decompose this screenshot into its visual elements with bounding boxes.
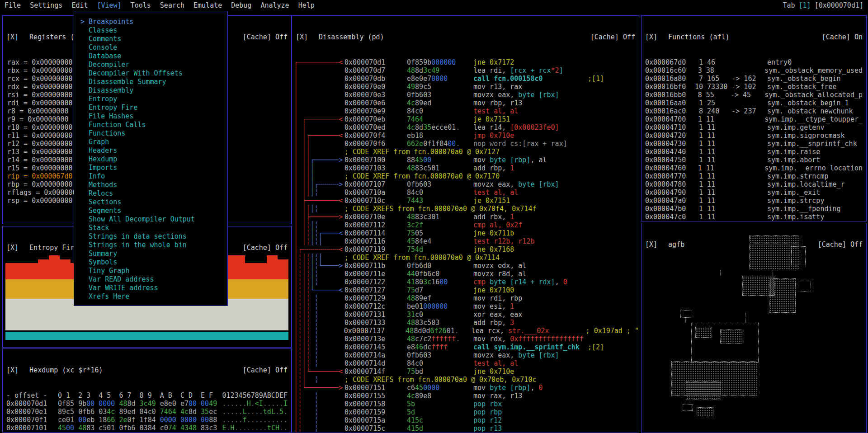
tab-number[interactable]: [1] [799,1,811,9]
menu-edit[interactable]: Edit [71,1,88,9]
disasm-line[interactable]: │╎│╎│╎└────>0x0000711b0fb6d0movzx edx, a… [294,262,639,270]
menu-help[interactable]: Help [298,1,315,9]
menu-item-comments[interactable]: Comments [74,35,227,43]
function-row[interactable]: 0x00004710 1 11sym.imp.getenv [645,123,863,132]
function-row[interactable]: 0x00004740 1 11sym.imp.raise [645,148,863,156]
disasm-line[interactable]: │╎│╎ ╎0x00007137488d0d6f2601.lea rcx, st… [294,327,639,335]
disasm-comment-line[interactable]: │╎│ ╎; CODE XREFS from fcn.000070a0 @ 0x… [294,376,639,384]
disasm-line[interactable]: │ │││╎0x0000710a84c0test al, al [294,188,639,197]
hexdump-row[interactable]: 0x000070e189c5 0fb6 034c 89ed 84c0 7464 … [6,408,288,416]
menu-item-decompiler[interactable]: Decompiler [74,61,227,69]
disasm-line[interactable]: │╎│╎ ╎0x0000713e48c7c2ffffff.mov rdx, 0x… [294,335,639,343]
disasm-line[interactable]: │ │0x000070ed4c8d35ecce01.lea r14, [0x00… [294,123,639,132]
disasm-line[interactable]: │ │╎│╎0x000071123c2fcmp al, 0x2f [294,221,639,229]
hexdump-close-button[interactable]: [X] [6,366,19,374]
disassembly-close-button[interactable]: [X] [296,33,308,41]
disasm-line[interactable]: │0x000070e64c89edmov rbp, r13 [294,99,639,107]
menu-item-graph[interactable]: Graph [74,138,227,146]
menu-item-entropy[interactable]: Entropy [74,95,227,104]
function-row[interactable]: 0x000047b0 1 11sym.imp.__fpending [645,205,863,213]
registers-cache-badge[interactable]: [Cache] Off [243,33,288,41]
disasm-line[interactable]: │╎ ╎0x000071585bpop rbx [294,400,639,408]
hexdump-row[interactable]: 0x000070d10f85 9b00 0000 488d 3c49 e8e0 … [6,400,288,408]
menu-item-hexdump[interactable]: Hexdump [74,155,227,164]
disasm-line[interactable]: │╎│╎ ╎0x00007145e846dcffffcall sym.imp._… [294,343,639,351]
menu-item-entropy-fire[interactable]: Entropy Fire [74,104,227,112]
menu-item-symbols[interactable]: Symbols [74,258,227,267]
disasm-line[interactable]: │╎│╎│╎0x0000712241803c1600cmp byte [r14 … [294,278,639,286]
functions-close-button[interactable]: [X] [645,33,657,41]
function-row[interactable]: 0x000067d0 1 46entry0 [645,58,863,66]
menu-item-file-hashes[interactable]: File Hashes [74,112,227,121]
function-row[interactable]: 0x00004760 1 11sym.imp.__errno_location [645,164,863,172]
function-row[interactable]: 0x00016bf010 73330 -> 102sym._obstack_fr… [645,83,863,91]
menu-item-function-calls[interactable]: Function Calls [74,121,227,129]
menu-item-sections[interactable]: Sections [74,198,227,207]
disasm-line[interactable]: │0x000070d7488d3c49lea rdi, [rcx + rcx*2… [294,66,639,75]
disasm-line[interactable]: │╎│╎ ╎0x000071334883c503add rbp, 3 [294,319,639,327]
entropy-close-button[interactable]: [X] [6,244,19,252]
disasm-line[interactable]: │ │││┌╌╌╌╌╌>0x000071070fb603movzx eax, b… [294,180,639,188]
function-row[interactable]: 0x000047a0 1 11sym.imp.strcpy [645,197,863,205]
disasm-line[interactable]: │╎│╎ ╎0x0000714d84c0test al, al [294,359,639,367]
function-row[interactable]: 0x00004700 1 11sym.imp.__ctype_toupper_ [645,115,863,123]
function-row[interactable]: 0x00016bb0 8 55 -> 45sym._obstack_alloca… [645,91,863,99]
disasm-line[interactable]: │╎└────────>0x00007151c6450000mov byte [… [294,384,639,392]
hexdump-row[interactable]: 0x000070f1ce01 00eb 1866 2e0f 1f84 0000 … [6,416,288,424]
entropy-cache-badge[interactable]: [Cache] Off [243,244,288,252]
menu-item-disassemble-summary[interactable]: Disassemble Summary [74,78,227,86]
disasm-line[interactable]: │0x000070e04989c5mov r13, rax [294,83,639,91]
menu-item-info[interactable]: Info [74,172,227,181]
menu-tools[interactable]: Tools [131,1,151,9]
disasm-comment-line[interactable]: │╎│╎│╎│; CODE XREF from fcn.000070a0 @ 0… [294,254,639,262]
disasm-line[interactable]: │ │┌───────<0x000070f4eb18jmp 0x710e [294,132,639,140]
disasm-line[interactable]: │0x000070e984c0test al, al [294,107,639,115]
menu-item-decompiler-with-offsets[interactable]: Decompiler With Offsets [74,69,227,78]
disasm-comment-line[interactable]: │ │││; CODE XREF from fcn.000070a0 @ 0x7… [294,172,639,180]
hexdump-row[interactable]: 0x00007111013c 2f75 0545 84e4 754d 0fb6 … [6,432,288,433]
function-row[interactable]: 0x000047d0 1 11sym.imp.sigaction [645,221,863,221]
disasm-line[interactable]: │╎│╎ ╎0x0000714a0fb603movzx eax, byte [r… [294,351,639,359]
disasm-line[interactable]: │┌╌╌╌╌╌╌╌╌╌<0x00007119754djne 0x7168 [294,245,639,254]
disasm-line[interactable]: │ │├───────>0x0000710e4883c301add rbx, 1 [294,213,639,221]
disasm-line[interactable]: │ │││0x000071034883c501add rbp, 1 [294,164,639,172]
disasm-line[interactable]: │ ││┌──────>0x00007100884500mov byte [rb… [294,156,639,164]
disasm-comment-line[interactable]: │ │││╎; CODE XREFS from fcn.000070a0 @ 0… [294,205,639,213]
function-row[interactable]: 0x00004720 1 11sym.imp.sigprocmask [645,132,863,140]
disasm-line[interactable]: │╎│╎└──────<0x0000712775d7jne 0x7100 [294,286,639,294]
function-row[interactable]: 0x00004730 1 11sym.imp.__snprintf_chk [645,140,863,148]
menu-item-relocs[interactable]: Relocs [74,189,227,198]
menu-item-strings-in-data-sections[interactable]: Strings in data sections [74,232,227,241]
menu-debug[interactable]: Debug [231,1,251,9]
menu-emulate[interactable]: Emulate [193,1,222,9]
menu-item-stack[interactable]: Stack [74,224,227,232]
menu-search[interactable]: Search [160,1,184,9]
functions-cache-badge[interactable]: [Cache] On [822,33,863,41]
menu-item-strings-in-the-whole-bin[interactable]: Strings in the whole bin [74,241,227,249]
disasm-line[interactable]: │0x000070e30fb603movzx eax, byte [rbx] [294,91,639,99]
disassembly-cache-badge[interactable]: [Cache] Off [590,33,635,41]
disasm-line[interactable]: │ │╎│╎│0x000071164584e4test r12b, r12b [294,237,639,245]
function-row[interactable]: 0x00004790 1 11sym.imp._exit [645,188,863,197]
function-row[interactable]: 0x00004770 1 11sym.imp.strncmp [645,172,863,180]
disasm-line[interactable]: │╎│╎ ╎0x000071294889efmov rdi, rbp [294,294,639,302]
disasm-line[interactable]: │╎ ╎0x0000715c415dpop r13 [294,424,639,433]
menu-item-headers[interactable]: Headers [74,146,227,155]
menu-view[interactable]: [View] [97,1,122,9]
function-row[interactable]: 0x000047c0 1 11sym.imp.isatty [645,213,863,221]
disasm-line[interactable]: │╎ ╎0x0000715a415cpop r12 [294,416,639,424]
menu-item-functions[interactable]: Functions [74,129,227,138]
disasm-line[interactable]: │╎│╎ ╎0x0000713131c0xor eax, eax [294,311,639,319]
disasm-line[interactable]: │╎ ╎0x000071595dpop rbp [294,408,639,416]
menu-item-show-all-decompiler-output[interactable]: Show All Decompiler Output [74,215,227,224]
disasm-line[interactable]: │ ││0x000070f6662e0f1f8400.nop word cs:[… [294,140,639,148]
menu-item-disassembly[interactable]: Disassembly [74,86,227,95]
menu-item-var-read-address[interactable]: Var READ address [74,275,227,284]
disasm-line[interactable]: │ │╎│╎┌────<0x000071147505jne 0x711b [294,229,639,237]
disasm-line[interactable]: │╎ ╎0x000071554c89e8mov rax, r13 [294,392,639,400]
menu-item-segments[interactable]: Segments [74,207,227,215]
menu-item-console[interactable]: Console [74,43,227,52]
function-row[interactable]: 0x00004780 1 11sym.imp.localtime_r [645,180,863,188]
disasm-line[interactable]: │ ├────────<0x0000710c7443je 0x7151 [294,197,639,205]
function-row[interactable]: 0x00016ac0 8 240 -> 237sym._obstack_newc… [645,107,863,115]
